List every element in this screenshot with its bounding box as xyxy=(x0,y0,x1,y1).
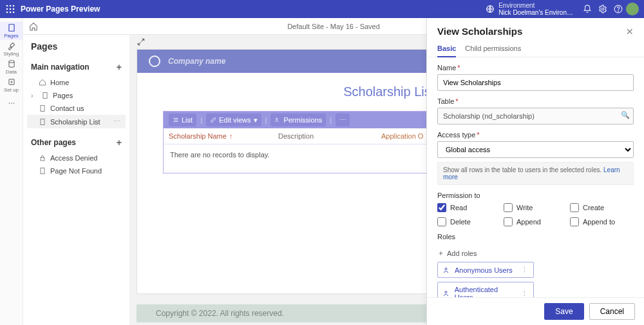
cancel-button[interactable]: Cancel xyxy=(589,303,635,320)
rail-styling[interactable]: Styling xyxy=(0,40,23,58)
tab-basic[interactable]: Basic xyxy=(437,41,456,57)
rail-setup[interactable]: Set up xyxy=(0,76,23,94)
environment-label: Environment xyxy=(498,2,573,9)
table-lookup[interactable] xyxy=(437,108,634,124)
list-btn-list[interactable]: List xyxy=(169,113,196,126)
breadcrumb-text: Default Site - May 16 - Saved xyxy=(287,23,380,30)
svg-point-27 xyxy=(276,118,278,120)
list-btn-more[interactable]: ⋯ xyxy=(336,113,350,126)
tree-item-not-found[interactable]: Page Not Found xyxy=(27,164,126,177)
chevron-right-icon[interactable]: › xyxy=(31,92,37,99)
page-icon xyxy=(41,92,49,99)
tree-item-more-icon[interactable]: ⋯ xyxy=(113,117,120,126)
app-launcher-icon[interactable] xyxy=(5,4,15,14)
svg-rect-20 xyxy=(41,106,44,112)
role-menu-icon[interactable]: ⋮ xyxy=(521,266,528,274)
sort-asc-icon: ↑ xyxy=(229,132,233,140)
rail-more[interactable] xyxy=(0,94,23,112)
name-input[interactable] xyxy=(437,74,634,91)
svg-point-29 xyxy=(445,291,447,293)
add-roles-button[interactable]: ＋ Add roles xyxy=(437,248,477,258)
list-btn-editviews[interactable]: Edit views ▾ xyxy=(206,113,261,126)
role-chip-anonymous[interactable]: Anonymous Users ⋮ xyxy=(437,262,534,278)
column-application-open[interactable]: Application O xyxy=(381,132,423,140)
svg-point-2 xyxy=(13,5,15,7)
svg-rect-19 xyxy=(43,93,47,99)
name-label: Name* xyxy=(437,64,634,72)
svg-point-28 xyxy=(445,268,447,270)
left-nav-rail: Pages Styling Data Set up xyxy=(0,18,23,325)
settings-icon[interactable] xyxy=(595,1,611,17)
save-button[interactable]: Save xyxy=(544,303,583,320)
svg-point-10 xyxy=(601,8,604,10)
perm-write[interactable]: Write xyxy=(504,203,567,212)
perm-appendto[interactable]: Append to xyxy=(570,217,634,226)
tree-item-pages[interactable]: › Pages xyxy=(27,89,126,102)
tree-item-access-denied[interactable]: Access Denied xyxy=(27,152,126,164)
svg-point-1 xyxy=(10,5,12,7)
svg-point-3 xyxy=(6,8,8,10)
roles-label: Roles xyxy=(437,233,634,241)
site-company-name[interactable]: Company name xyxy=(168,57,225,66)
home-icon[interactable] xyxy=(28,21,39,32)
perm-append[interactable]: Append xyxy=(504,217,567,226)
svg-point-7 xyxy=(10,12,12,14)
home-page-icon xyxy=(39,79,46,86)
permission-checkboxes: Read Write Create Delete Append Append t… xyxy=(437,203,634,226)
svg-point-5 xyxy=(13,8,15,10)
svg-point-12 xyxy=(618,11,619,12)
access-type-hint: Show all rows in the table to users in t… xyxy=(437,162,634,185)
tab-child-permissions[interactable]: Child permissions xyxy=(465,41,521,57)
pages-panel-title: Pages xyxy=(23,35,129,58)
access-type-label: Access type* xyxy=(437,131,634,139)
svg-point-16 xyxy=(8,103,10,104)
site-logo-icon xyxy=(149,55,160,67)
role-chip-authenticated[interactable]: Authenticated Users ⋮ xyxy=(437,282,534,297)
access-type-select[interactable]: Global access xyxy=(437,141,634,158)
help-icon[interactable] xyxy=(611,1,626,17)
tree-item-contact[interactable]: Contact us xyxy=(27,102,126,115)
svg-rect-22 xyxy=(41,158,44,161)
svg-point-18 xyxy=(13,103,14,104)
perm-read[interactable]: Read xyxy=(437,203,501,212)
svg-point-4 xyxy=(10,8,12,10)
svg-point-6 xyxy=(6,12,8,14)
app-title: Power Pages Preview xyxy=(21,5,100,14)
lock-icon xyxy=(39,154,46,162)
tree-section-other: Other pages xyxy=(31,138,76,147)
empty-list-message: There are no records to display. xyxy=(170,151,269,159)
add-page-mainnav[interactable]: + xyxy=(117,62,122,72)
notifications-icon[interactable] xyxy=(580,1,595,17)
tree-item-scholarship-list[interactable]: Scholarship List ⋯ xyxy=(27,115,126,128)
role-menu-icon[interactable]: ⋮ xyxy=(521,290,528,298)
table-label: Table* xyxy=(437,97,634,105)
perm-create[interactable]: Create xyxy=(570,203,634,212)
permission-to-label: Permission to xyxy=(437,192,634,199)
pages-tree-panel: Pages Main navigation + Home › Pages Con… xyxy=(23,35,130,325)
svg-rect-23 xyxy=(41,168,44,174)
tree-section-mainnav: Main navigation xyxy=(31,63,90,72)
list-btn-permissions[interactable]: Permissions xyxy=(270,113,326,126)
svg-rect-13 xyxy=(8,25,14,32)
rail-data[interactable]: Data xyxy=(0,58,23,76)
expand-icon[interactable] xyxy=(137,37,146,48)
column-description[interactable]: Description xyxy=(278,132,381,140)
page-icon xyxy=(39,167,46,175)
add-page-other[interactable]: + xyxy=(117,137,122,148)
page-icon xyxy=(39,104,46,112)
search-icon[interactable]: 🔍 xyxy=(621,111,630,119)
svg-point-0 xyxy=(6,5,8,7)
environment-value: Nick Doelman's Environ… xyxy=(498,9,573,16)
perm-delete[interactable]: Delete xyxy=(437,217,501,226)
close-panel-button[interactable]: ✕ xyxy=(626,26,634,37)
environment-picker[interactable]: Environment Nick Doelman's Environ… xyxy=(486,2,573,16)
column-scholarship-name[interactable]: Scholarship Name↑ xyxy=(169,132,278,140)
svg-point-8 xyxy=(13,12,15,14)
rail-pages[interactable]: Pages xyxy=(0,22,23,40)
panel-title: View Scholarships xyxy=(437,26,522,37)
svg-rect-21 xyxy=(41,119,44,124)
user-avatar[interactable] xyxy=(626,3,639,15)
tree-item-home[interactable]: Home xyxy=(27,76,126,89)
table-permission-panel: View Scholarships ✕ Basic Child permissi… xyxy=(426,18,644,325)
panel-tabs: Basic Child permissions xyxy=(427,41,644,57)
